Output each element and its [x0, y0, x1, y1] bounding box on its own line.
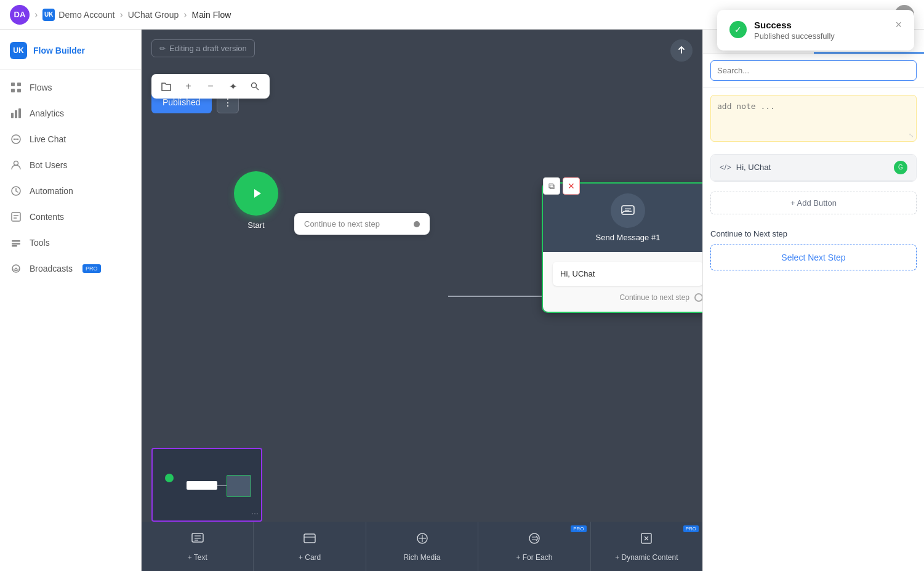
account-name-item[interactable]: UK Demo Account	[42, 9, 114, 21]
note-area: ⤡	[710, 95, 917, 142]
start-label: Start	[247, 221, 264, 230]
sep3: ›	[183, 9, 187, 20]
message-block-header: </> Hi, UChat G	[711, 155, 916, 181]
main-layout: UK Flow Builder Flows Analytics Live Cha…	[0, 30, 924, 571]
sidebar-logo-text: Flow Builder	[33, 46, 85, 55]
mini-map-start	[165, 474, 174, 482]
sidebar-item-botusers[interactable]: Bot Users	[0, 152, 141, 178]
upload-button[interactable]	[670, 39, 693, 62]
dynamic-pro-badge: PRO	[683, 525, 699, 532]
add-button-label: + Add Button	[790, 198, 837, 208]
account-avatar[interactable]: DA	[10, 5, 30, 25]
add-tool-btn[interactable]: +	[179, 76, 198, 96]
svg-rect-1	[17, 83, 21, 86]
bottom-tool-text[interactable]: + Text	[142, 522, 254, 571]
broadcasts-pro-badge: PRO	[82, 264, 101, 273]
svg-point-8	[14, 139, 15, 140]
right-panel: ⤡ </> Hi, UChat G + Add Button Continue …	[702, 30, 924, 571]
svg-rect-24	[622, 206, 634, 214]
group-name-item[interactable]: UChat Group	[128, 10, 179, 20]
sidebar-item-contents[interactable]: Contents	[0, 204, 141, 230]
start-circle[interactable]	[234, 171, 278, 216]
card-tool-label: + Card	[299, 553, 321, 562]
svg-rect-17	[12, 243, 20, 245]
toast-content: Success Published successfully	[754, 20, 888, 41]
node-copy-button[interactable]: ⧉	[543, 177, 560, 195]
sidebar-logo: UK Flow Builder	[0, 37, 141, 70]
person-icon	[10, 159, 22, 171]
svg-point-20	[252, 83, 257, 88]
sidebar-livechat-label: Live Chat	[30, 134, 66, 144]
svg-line-21	[256, 87, 259, 90]
start-step-text: Continue to next step	[304, 219, 380, 229]
sidebar-item-broadcasts[interactable]: Broadcasts PRO	[0, 256, 141, 281]
draft-label: Editing a draft version	[169, 44, 247, 53]
svg-rect-3	[17, 89, 21, 92]
toast-close-button[interactable]: ×	[895, 18, 902, 31]
flow-name-label: Main Flow	[192, 10, 231, 20]
draft-badge: Editing a draft version	[151, 39, 255, 57]
svg-rect-0	[11, 83, 15, 86]
sidebar-item-tools[interactable]: Tools	[0, 230, 141, 256]
sep2: ›	[119, 9, 123, 20]
note-textarea[interactable]	[717, 102, 910, 132]
sidebar-analytics-label: Analytics	[30, 108, 64, 118]
mini-map-content	[153, 449, 261, 520]
chart-icon	[10, 107, 22, 119]
sidebar-item-automation[interactable]: Automation	[0, 178, 141, 204]
dynamic-tool-label: + Dynamic Content	[615, 553, 678, 562]
bottom-tool-card[interactable]: + Card	[254, 522, 366, 571]
search-tool-btn[interactable]	[245, 76, 265, 96]
message-block-title: Hi, UChat	[736, 163, 889, 172]
mini-map-dots[interactable]: ⋯	[251, 509, 259, 518]
mini-map-box2	[227, 475, 251, 497]
bottom-toolbar: + Text + Card Rich Media PRO + For Each	[142, 522, 702, 571]
sidebar-contents-label: Contents	[30, 212, 64, 222]
canvas-area[interactable]: Editing a draft version Published ⋮ + − …	[142, 30, 702, 571]
message-text-box: Hi, UChat	[553, 262, 702, 286]
node-delete-button[interactable]: ✕	[563, 177, 580, 195]
folder-tool-btn[interactable]	[156, 76, 176, 96]
svg-rect-31	[304, 534, 315, 543]
message-block: </> Hi, UChat G	[710, 154, 917, 182]
sidebar-botusers-label: Bot Users	[30, 160, 67, 170]
sidebar-automation-label: Automation	[30, 186, 73, 196]
group-name-label: UChat Group	[128, 10, 179, 20]
toast-title: Success	[754, 20, 888, 30]
sparkle-tool-btn[interactable]: ✦	[223, 76, 243, 96]
foreach-tool-icon	[527, 531, 542, 549]
sidebar-item-flows[interactable]: Flows	[0, 75, 141, 100]
chat-icon	[10, 133, 22, 145]
bottom-tool-foreach[interactable]: PRO + For Each	[478, 522, 590, 571]
bottom-tool-rich[interactable]: Rich Media	[366, 522, 478, 571]
remove-tool-btn[interactable]: −	[201, 76, 220, 96]
continue-next: Continue to next step	[553, 293, 702, 302]
continue-section: Continue to Next step Select Next Step	[710, 229, 917, 270]
canvas-toolbar-top: Editing a draft version	[151, 39, 255, 57]
foreach-tool-label: + For Each	[516, 553, 552, 562]
contents-icon	[10, 211, 22, 223]
rich-tool-icon	[415, 531, 430, 549]
tools-icon	[10, 237, 22, 249]
sidebar-item-livechat[interactable]: Live Chat	[0, 126, 141, 152]
search-input[interactable]	[710, 60, 917, 81]
broadcast-icon	[10, 262, 22, 275]
add-button-area[interactable]: + Add Button	[710, 192, 917, 214]
sidebar-flows-label: Flows	[30, 83, 52, 92]
message-node[interactable]: Send Message #1 Hi, UChat Continue to ne…	[542, 182, 702, 313]
grammarly-icon: G	[894, 161, 907, 174]
svg-rect-16	[12, 240, 20, 242]
toast-success-icon: ✓	[729, 21, 747, 38]
select-next-step-button[interactable]: Select Next Step	[710, 245, 917, 270]
svg-point-9	[15, 139, 17, 140]
toast-message: Published successfully	[754, 31, 888, 41]
sidebar-broadcasts-label: Broadcasts	[30, 264, 73, 273]
svg-point-10	[17, 139, 18, 140]
continue-next-dot	[694, 293, 702, 302]
uchat-icon: UK	[42, 9, 55, 21]
bottom-tool-dynamic[interactable]: PRO + Dynamic Content	[591, 522, 702, 571]
sidebar: UK Flow Builder Flows Analytics Live Cha…	[0, 30, 142, 571]
start-step-box[interactable]: Continue to next step	[294, 213, 430, 235]
sidebar-item-analytics[interactable]: Analytics	[0, 100, 141, 126]
note-resize-icon: ⤡	[909, 132, 914, 139]
